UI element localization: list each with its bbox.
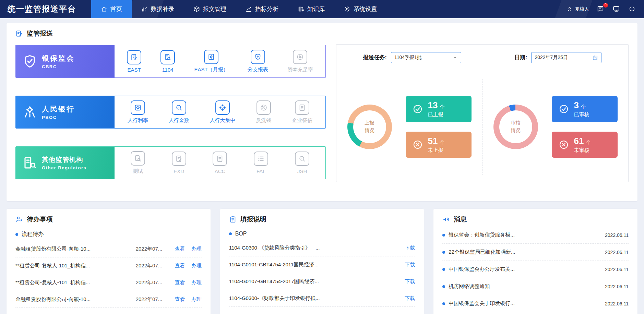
doc-icon xyxy=(298,104,306,111)
stat-unit: 个 xyxy=(581,104,586,110)
logout-button[interactable] xyxy=(628,5,636,13)
app-label: 人行大集中 xyxy=(210,117,235,124)
view-link[interactable]: 查看 xyxy=(175,246,185,252)
todo-row: 金融租赁股份有限公司-向颖-10...2022年07...查看办理 xyxy=(15,241,202,257)
app-pboc-dajizhong[interactable]: 人行大集中 xyxy=(210,100,235,124)
check-circle-icon xyxy=(559,104,569,114)
message-row[interactable]: 中国银保监会办公厅发布关...2022.06.11 xyxy=(442,261,629,278)
stat-value: 51 xyxy=(428,136,438,146)
stat-label: 已审核 xyxy=(574,111,589,118)
regulator-row-other: 其他监管机构Other Regulators测试EXDACCFALJSH xyxy=(15,146,326,179)
date-picker[interactable]: 2022年7月25日 xyxy=(531,52,601,63)
search-dots-icon xyxy=(298,155,306,162)
instruction-title: 1104-G0101-GBT4754-2011国民经济... xyxy=(229,262,399,268)
app-box xyxy=(254,152,268,166)
controls-row: 报送任务: 1104季报1批 日期: 2022年7月25日 xyxy=(336,52,628,63)
regulator-text: 人民银行PBOC xyxy=(42,104,75,120)
app-box xyxy=(127,50,141,64)
app-east-monthly[interactable]: EAST（月报） xyxy=(194,50,228,73)
message-row[interactable]: 银保监会：创新信贷服务模...2022.06.11 xyxy=(442,227,629,244)
todo-card-title: 待办事项 xyxy=(27,215,53,224)
app-label: 资本充足率 xyxy=(287,67,313,73)
nav-item-home[interactable]: 首页 xyxy=(91,0,132,18)
instruction-title: 1104-G0107-GBT4754-2017国民经济... xyxy=(229,278,399,285)
shield-icon xyxy=(23,54,37,69)
message-date: 2022.06.11 xyxy=(605,267,629,272)
list-icon xyxy=(257,155,265,162)
app-pboc-rate[interactable]: 人行利率 xyxy=(128,100,148,124)
donut-upload: 上报情况 xyxy=(347,105,392,149)
download-link[interactable]: 下载 xyxy=(405,278,415,285)
handle-link[interactable]: 办理 xyxy=(191,263,202,269)
report-status-panel: 报送任务: 1104季报1批 日期: 2022年7月25日 xyxy=(336,44,629,182)
message-row[interactable]: 机房网络调整通知2022.06.11 xyxy=(442,278,629,295)
regulator-subname: CBRC xyxy=(42,64,75,69)
board-button[interactable] xyxy=(612,5,621,13)
task-select[interactable]: 1104季报1批 xyxy=(391,52,461,63)
gear-icon xyxy=(344,6,350,12)
app-pboc-jinshu[interactable]: 人行金数 xyxy=(169,100,189,124)
todo-date: 2022年07... xyxy=(136,296,169,303)
download-link[interactable]: 下载 xyxy=(405,262,415,268)
instruction-list: 1104-G0300-《贷款风险分类指引》－...下载1104-G0101-GB… xyxy=(229,240,415,307)
app-jsh: JSH xyxy=(295,152,309,174)
instruction-row: 1104-G0101-GBT4754-2011国民经济...下载 xyxy=(229,256,415,273)
messages-card-header: 消息 xyxy=(442,215,629,224)
task-select-value: 1104季报1批 xyxy=(394,55,422,61)
notification-badge: 9 xyxy=(603,3,608,8)
regulator-text: 其他监管机构Other Regulators xyxy=(42,155,86,170)
message-row[interactable]: 中国银保监会关于印发银行...2022.06.11 xyxy=(442,295,629,312)
app-report-1104[interactable]: 1104 xyxy=(160,50,175,73)
app-box xyxy=(160,50,175,64)
user-menu[interactable]: 复核人 xyxy=(567,6,589,12)
package-icon xyxy=(193,6,200,12)
stat-text: 3个已审核 xyxy=(574,100,589,118)
message-row[interactable]: 22个银保监局已细化加强新...2022.06.11 xyxy=(442,244,629,261)
section-title: 监管报送 xyxy=(27,29,53,38)
stat-number: 13个 xyxy=(428,100,445,111)
message-title: 银保监会：创新信贷服务模... xyxy=(449,232,601,238)
nav-item-label: 报文管理 xyxy=(203,5,226,13)
view-link[interactable]: 查看 xyxy=(175,263,185,269)
todo-title: **租赁公司-复核人-101_机构信... xyxy=(15,263,132,269)
stat-label: 未上报 xyxy=(428,147,445,154)
app-acc: ACC xyxy=(213,152,227,174)
stat-number: 3个 xyxy=(574,100,589,111)
download-link[interactable]: 下载 xyxy=(405,295,415,302)
cross-circle-icon xyxy=(559,140,569,150)
handle-link[interactable]: 办理 xyxy=(191,246,202,252)
task-label: 报送任务: xyxy=(363,54,387,61)
view-link[interactable]: 查看 xyxy=(175,279,185,286)
donut-center-label: 审核情况 xyxy=(511,119,521,134)
stat-col: 3个已审核61个未审核 xyxy=(552,96,618,158)
donut-review: 审核情况 xyxy=(493,105,538,149)
app-capital-adequacy: 资本充足率 xyxy=(287,50,313,73)
regulator-subname: PBOC xyxy=(42,115,75,120)
app-box xyxy=(295,152,309,166)
todo-card: 待办事项 流程待办 金融租赁股份有限公司-向颖-10...2022年07...查… xyxy=(7,209,211,314)
app-box xyxy=(215,100,230,115)
view-link[interactable]: 查看 xyxy=(175,296,185,303)
nav-item-knowledge-base[interactable]: 知识库 xyxy=(288,0,334,18)
app-enterprise-credit: 企业征信 xyxy=(292,100,312,124)
instructions-subtitle: BOP xyxy=(235,231,247,237)
stat-label: 已上报 xyxy=(428,111,445,118)
download-link[interactable]: 下载 xyxy=(405,245,415,251)
clipboard-icon xyxy=(229,216,237,223)
app-label: 1104 xyxy=(162,67,173,73)
nav-item-data-entry[interactable]: 数据补录 xyxy=(132,0,184,18)
handle-link[interactable]: 办理 xyxy=(191,296,202,303)
doc-edit-icon xyxy=(130,53,138,61)
app-branch-report[interactable]: 分支报表 xyxy=(248,50,268,73)
report-section-header: 监管报送 xyxy=(15,29,629,38)
nav-item-indicator-analysis[interactable]: 指标分析 xyxy=(236,0,288,18)
messages-button[interactable]: 9 xyxy=(597,5,605,13)
app-box xyxy=(257,100,271,115)
speaker-icon xyxy=(442,216,450,223)
nav-item-system-settings[interactable]: 系统设置 xyxy=(334,0,386,18)
handle-link[interactable]: 办理 xyxy=(191,279,202,286)
topbar-right: 复核人 9 xyxy=(567,0,644,18)
app-east[interactable]: EAST xyxy=(127,50,141,73)
bullet-dot xyxy=(229,232,232,235)
nav-item-report-mgmt[interactable]: 报文管理 xyxy=(184,0,236,18)
